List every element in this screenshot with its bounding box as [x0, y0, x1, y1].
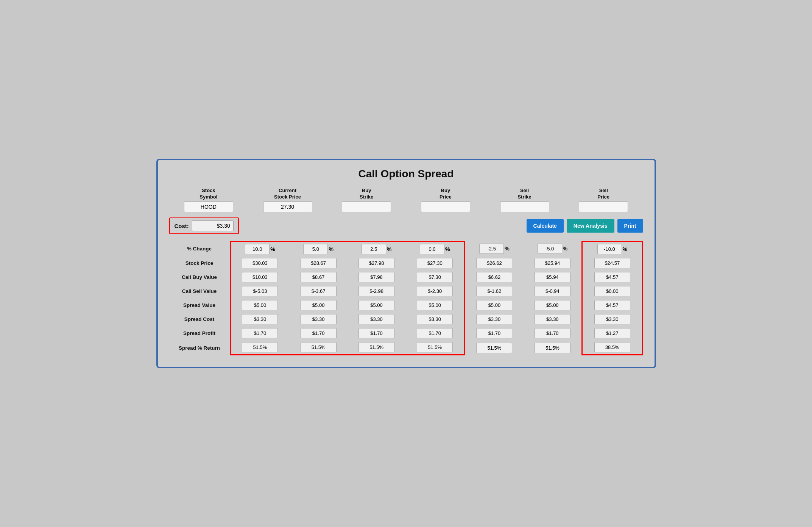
table-row: Call Buy Value — [169, 270, 643, 284]
row-label: % Change — [169, 241, 230, 256]
stock-symbol-input[interactable] — [184, 202, 233, 212]
print-button[interactable]: Print — [617, 219, 643, 233]
pct-input[interactable] — [420, 244, 444, 254]
buy-price-input[interactable] — [421, 202, 470, 212]
data-cell — [465, 270, 523, 284]
sell-price-col: SellPrice — [564, 188, 643, 213]
current-price-input[interactable] — [263, 202, 312, 212]
pct-sign: % — [387, 246, 391, 252]
data-cell — [289, 284, 347, 298]
cost-label: Cost: — [175, 223, 189, 229]
value-input[interactable] — [358, 286, 394, 296]
value-input[interactable] — [417, 314, 453, 324]
value-input[interactable] — [358, 342, 394, 352]
data-cell — [289, 298, 347, 312]
value-input[interactable] — [594, 300, 630, 310]
pct-input[interactable] — [303, 244, 328, 254]
value-input[interactable] — [417, 342, 453, 352]
value-input[interactable] — [301, 342, 337, 352]
value-input[interactable] — [535, 343, 570, 353]
cost-input[interactable] — [192, 220, 234, 231]
pct-input[interactable] — [362, 244, 386, 254]
value-input[interactable] — [301, 300, 337, 310]
value-input[interactable] — [476, 272, 512, 282]
table-row: Spread Profit — [169, 326, 643, 340]
pct-input[interactable] — [597, 244, 622, 254]
row-label: Call Buy Value — [169, 270, 230, 284]
value-input[interactable] — [476, 343, 512, 353]
value-input[interactable] — [242, 300, 278, 310]
calculate-button[interactable]: Calculate — [527, 219, 564, 233]
value-input[interactable] — [242, 342, 278, 352]
data-cell — [289, 340, 347, 355]
pct-input[interactable] — [538, 244, 562, 254]
data-cell — [348, 312, 405, 326]
value-input[interactable] — [476, 328, 512, 338]
data-cell — [348, 270, 405, 284]
value-input[interactable] — [417, 300, 453, 310]
value-input[interactable] — [417, 286, 453, 296]
sell-price-input[interactable] — [579, 202, 628, 212]
value-input[interactable] — [476, 286, 512, 296]
sell-strike-col: SellStrike — [485, 188, 564, 213]
value-input[interactable] — [301, 272, 337, 282]
data-cell — [405, 326, 465, 340]
current-price-label: CurrentStock Price — [274, 188, 301, 200]
data-cell — [230, 340, 290, 355]
value-input[interactable] — [242, 314, 278, 324]
value-input[interactable] — [417, 328, 453, 338]
data-cell — [465, 284, 523, 298]
value-input[interactable] — [242, 286, 278, 296]
value-input[interactable] — [242, 328, 278, 338]
value-input[interactable] — [594, 314, 630, 324]
value-input[interactable] — [358, 300, 394, 310]
table-row: Spread Cost — [169, 312, 643, 326]
new-analysis-button[interactable]: New Analysis — [567, 219, 614, 233]
value-input[interactable] — [417, 258, 453, 268]
value-input[interactable] — [535, 258, 570, 268]
data-cell — [465, 298, 523, 312]
value-input[interactable] — [594, 342, 630, 352]
value-input[interactable] — [594, 258, 630, 268]
pct-sign: % — [329, 246, 333, 252]
value-input[interactable] — [476, 258, 512, 268]
value-input[interactable] — [358, 272, 394, 282]
value-input[interactable] — [242, 272, 278, 282]
value-input[interactable] — [594, 272, 630, 282]
value-input[interactable] — [358, 314, 394, 324]
pct-input[interactable] — [245, 244, 270, 254]
value-input[interactable] — [358, 328, 394, 338]
value-input[interactable] — [358, 258, 394, 268]
value-input[interactable] — [301, 328, 337, 338]
buy-price-col: BuyPrice — [406, 188, 485, 213]
value-input[interactable] — [535, 286, 570, 296]
stock-symbol-col: StockSymbol — [169, 188, 248, 213]
value-input[interactable] — [417, 272, 453, 282]
data-cell — [348, 298, 405, 312]
value-input[interactable] — [535, 272, 570, 282]
value-input[interactable] — [301, 314, 337, 324]
value-input[interactable] — [242, 258, 278, 268]
data-cell — [524, 256, 581, 270]
page-title: Call Option Spread — [169, 168, 643, 180]
data-cell — [581, 340, 643, 355]
row-label: Stock Price — [169, 256, 230, 270]
value-input[interactable] — [476, 314, 512, 324]
value-input[interactable] — [535, 300, 570, 310]
data-cell — [289, 256, 347, 270]
value-input[interactable] — [594, 286, 630, 296]
data-cell — [465, 340, 523, 355]
data-cell — [348, 326, 405, 340]
sell-strike-input[interactable] — [500, 202, 549, 212]
data-cell — [581, 256, 643, 270]
data-cell — [405, 312, 465, 326]
value-input[interactable] — [476, 300, 512, 310]
value-input[interactable] — [301, 258, 337, 268]
pct-input[interactable] — [479, 244, 504, 254]
value-input[interactable] — [594, 328, 630, 338]
buy-strike-input[interactable] — [342, 202, 391, 212]
value-input[interactable] — [301, 286, 337, 296]
data-cell: % — [405, 241, 465, 256]
value-input[interactable] — [535, 328, 570, 338]
value-input[interactable] — [535, 314, 570, 324]
